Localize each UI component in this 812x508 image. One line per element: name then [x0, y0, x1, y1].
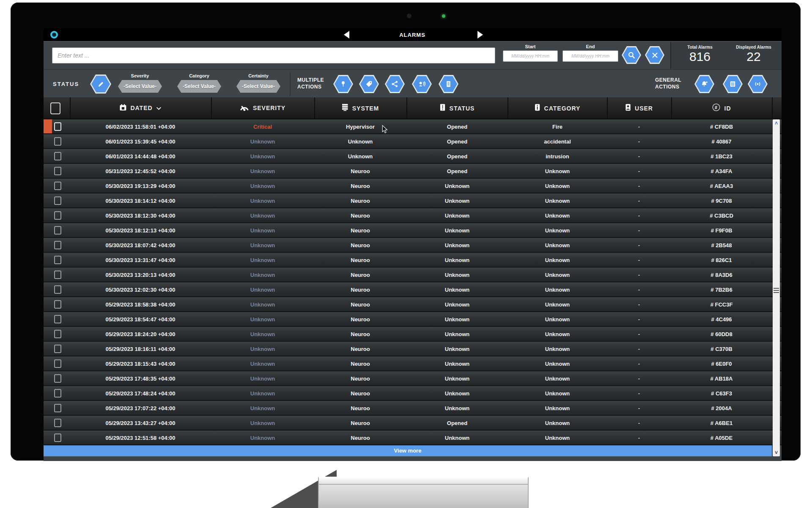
row-checkbox[interactable]	[54, 315, 61, 323]
table-row[interactable]: 05/30/2023 13:31:47 +04:00 Unknown Neuro…	[44, 253, 782, 268]
table-row[interactable]: 06/01/2023 15:39:45 +04:00 Unknown Unkno…	[44, 134, 782, 149]
row-checkbox[interactable]	[54, 330, 61, 338]
cell-severity: Unknown	[250, 375, 275, 381]
table-row[interactable]: 05/30/2023 19:13:29 +04:00 Unknown Neuro…	[44, 179, 782, 193]
row-checkbox[interactable]	[54, 404, 61, 412]
scrollbar-grip[interactable]	[774, 287, 779, 294]
table-row[interactable]: 05/29/2023 18:15:43 +04:00 Unknown Neuro…	[44, 356, 782, 371]
row-checkbox[interactable]	[54, 433, 61, 442]
row-checkbox[interactable]	[54, 389, 61, 398]
cell-category: Unknown	[545, 271, 570, 278]
table-row[interactable]: 05/29/2023 17:07:22 +04:00 Unknown Neuro…	[44, 401, 782, 416]
row-checkbox[interactable]	[54, 241, 61, 249]
scroll-up-icon[interactable]: ˄	[773, 120, 780, 127]
row-checkbox[interactable]	[54, 122, 61, 131]
table-row[interactable]: 05/30/2023 18:12:30 +04:00 Unknown Neuro…	[44, 208, 782, 223]
table-row[interactable]: 05/30/2023 18:12:13 +04:00 Unknown Neuro…	[44, 223, 782, 238]
cell-id: # 40867	[712, 138, 732, 144]
table-row[interactable]: 05/31/2023 12:45:52 +04:00 Unknown Neuro…	[44, 164, 782, 179]
report-alarms-button[interactable]	[439, 75, 458, 93]
share-alarms-button[interactable]	[385, 75, 405, 93]
severity-select[interactable]: -Select Value-	[118, 80, 162, 93]
certainty-select[interactable]: -Select Value-	[236, 80, 280, 93]
cell-dated: 05/29/2023 18:54:47 +04:00	[105, 316, 175, 322]
acknowledge-alarms-button[interactable]	[412, 75, 432, 93]
row-checkbox[interactable]	[54, 345, 61, 353]
row-checkbox[interactable]	[54, 285, 61, 294]
table-row[interactable]: 05/29/2023 13:43:27 +04:00 Unknown Neuro…	[44, 416, 782, 431]
row-checkbox[interactable]	[54, 137, 61, 146]
start-date-input[interactable]	[503, 50, 558, 62]
table-row[interactable]: 05/29/2023 18:54:47 +04:00 Unknown Neuro…	[44, 312, 782, 327]
table-row[interactable]: 05/29/2023 18:58:38 +04:00 Unknown Neuro…	[44, 297, 782, 312]
cell-user: -	[638, 331, 640, 337]
column-label: STATUS	[450, 105, 475, 111]
pencil-icon	[96, 80, 105, 88]
row-checkbox[interactable]	[54, 419, 61, 427]
end-date-input[interactable]	[562, 50, 618, 62]
cell-system: Neuroo	[351, 390, 370, 396]
report-icon	[444, 80, 453, 88]
table-row[interactable]: 06/02/2023 11:58:01 +04:00 Critical Hype…	[44, 119, 782, 134]
vertical-scrollbar[interactable]: ˄ ˅	[773, 119, 780, 456]
column-header-user[interactable]: USER	[625, 104, 653, 113]
add-alarm-button[interactable]	[694, 75, 714, 93]
column-header-severity[interactable]: SEVERITY	[240, 104, 285, 112]
row-checkbox[interactable]	[54, 300, 61, 309]
scroll-down-icon[interactable]: ˅	[773, 449, 780, 456]
logbook-button[interactable]	[723, 75, 743, 93]
category-select[interactable]: -Select Value-	[177, 80, 221, 93]
table-header: DATED SEVERITY SYSTEM STATUS CATE	[44, 97, 782, 119]
row-checkbox[interactable]	[54, 256, 61, 264]
column-header-category[interactable]: CATEGORY	[535, 104, 581, 113]
table-row[interactable]: 05/30/2023 12:02:30 +04:00 Unknown Neuro…	[44, 282, 782, 297]
row-checkbox[interactable]	[54, 374, 61, 383]
row-checkbox[interactable]	[54, 182, 61, 190]
table-row[interactable]: 05/29/2023 17:48:24 +04:00 Unknown Neuro…	[44, 386, 782, 401]
cell-severity: Unknown	[250, 227, 275, 233]
cell-status: Unknown	[445, 434, 470, 441]
cell-status: Unknown	[445, 301, 470, 307]
row-checkbox[interactable]	[54, 196, 61, 205]
table-row[interactable]: 05/30/2023 18:14:12 +04:00 Unknown Neuro…	[44, 193, 782, 208]
cell-system: Neuroo	[351, 434, 370, 441]
table-row[interactable]: 05/29/2023 18:24:20 +04:00 Unknown Neuro…	[44, 327, 782, 342]
table-row[interactable]: 05/30/2023 18:07:42 +04:00 Unknown Neuro…	[44, 238, 782, 253]
row-checkbox[interactable]	[54, 226, 61, 235]
table-row[interactable]: 05/30/2023 13:20:13 +04:00 Unknown Neuro…	[44, 268, 782, 282]
cell-status: Unknown	[445, 316, 470, 322]
column-header-id[interactable]: # ID	[712, 103, 731, 113]
cell-system: Neuroo	[351, 242, 370, 248]
select-all-checkbox[interactable]	[50, 102, 60, 114]
row-checkbox[interactable]	[54, 359, 61, 368]
prev-page-arrow-icon[interactable]	[344, 31, 349, 39]
cell-system: Neuroo	[351, 405, 370, 411]
row-checkbox[interactable]	[54, 167, 61, 175]
view-more-button[interactable]: View more	[44, 445, 772, 456]
cell-status: Unknown	[445, 197, 470, 204]
row-checkbox[interactable]	[54, 211, 61, 220]
edit-status-button[interactable]	[90, 75, 111, 94]
alarms-app-window: ALARMS Start End	[44, 28, 782, 461]
pin-alarms-button[interactable]	[333, 75, 353, 93]
table-row[interactable]: 05/29/2023 18:16:11 +04:00 Unknown Neuro…	[44, 342, 782, 356]
table-row[interactable]: 05/29/2023 12:51:58 +04:00 Unknown Neuro…	[44, 431, 782, 445]
table-row[interactable]: 05/29/2023 17:48:35 +04:00 Unknown Neuro…	[44, 371, 782, 386]
tag-alarms-button[interactable]	[359, 75, 379, 93]
search-button[interactable]	[622, 46, 641, 64]
table-row[interactable]: 06/01/2023 14:44:48 +04:00 Unknown Unkno…	[44, 149, 782, 164]
desktop-background: ALARMS Start End	[0, 0, 812, 508]
cell-user: -	[638, 182, 640, 189]
cell-system: Neuroo	[351, 271, 370, 278]
column-header-system[interactable]: SYSTEM	[342, 104, 379, 113]
clear-search-button[interactable]	[645, 46, 664, 64]
column-header-dated[interactable]: DATED	[119, 104, 161, 112]
severity-select-group: Severity -Select Value-	[116, 73, 164, 93]
search-input[interactable]	[52, 47, 495, 64]
row-checkbox[interactable]	[54, 271, 61, 279]
column-header-status[interactable]: STATUS	[440, 104, 475, 113]
broadcast-button[interactable]	[748, 75, 768, 93]
next-page-arrow-icon[interactable]	[477, 31, 483, 39]
row-checkbox[interactable]	[54, 152, 61, 160]
cell-dated: 05/29/2023 18:15:43 +04:00	[105, 360, 175, 367]
